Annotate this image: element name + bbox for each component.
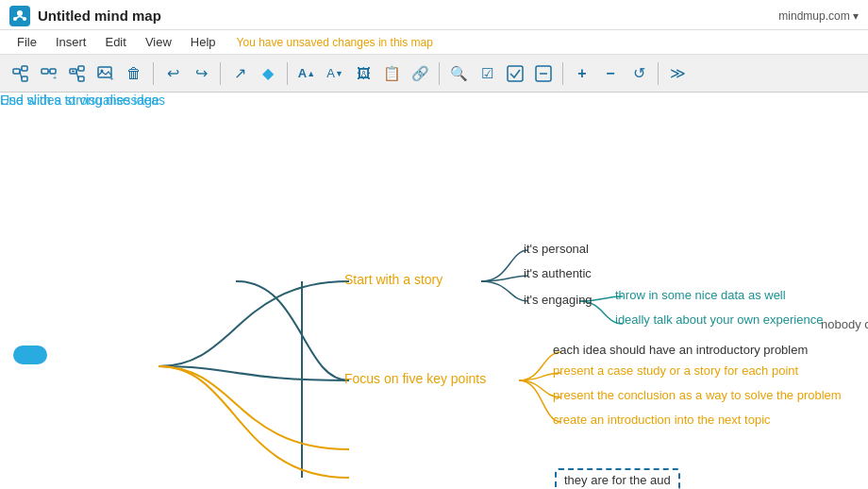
expand-button[interactable]: ↗ (226, 60, 253, 87)
add-child-button[interactable] (8, 60, 34, 87)
link-button[interactable]: 🔗 (407, 60, 433, 87)
node-engaging[interactable]: it's engaging (524, 293, 593, 307)
central-node[interactable] (13, 346, 47, 364)
mindmap-canvas[interactable]: Start with a story Focus on five key poi… (0, 93, 868, 489)
sep4 (439, 62, 440, 85)
document-title: Untitled mind map (38, 8, 161, 24)
sep1 (153, 62, 154, 85)
site-badge[interactable]: mindmup.com ▾ (778, 9, 859, 23)
sep3 (287, 62, 288, 85)
node-personal[interactable]: it's personal (524, 242, 589, 256)
checklist-button[interactable]: ☑ (474, 60, 500, 87)
node-own-experience[interactable]: ideally talk about your own experience (615, 312, 823, 327)
insert-image2-button[interactable]: 🖼 (350, 60, 376, 87)
svg-rect-6 (22, 66, 27, 71)
sep5 (562, 62, 563, 85)
svg-point-0 (17, 10, 23, 16)
redo-button[interactable]: ↪ (188, 60, 214, 87)
node-intro-problem[interactable]: each idea should have an introductory pr… (553, 343, 808, 357)
menu-insert[interactable]: Insert (48, 33, 94, 51)
insert-image-button[interactable]: + (92, 60, 119, 87)
delete-button[interactable]: 🗑 (121, 60, 147, 87)
svg-rect-7 (22, 76, 27, 81)
sep6 (658, 62, 659, 85)
svg-line-9 (20, 71, 22, 78)
toolbar: + + 🗑 ↩ ↪ ↗ ◆ A▲ A▼ 🖼 📋 🔗 🔍 ☑ + − ↺ ≫ (0, 55, 868, 93)
zoom-out-button[interactable]: − (597, 60, 624, 87)
sep2 (220, 62, 221, 85)
svg-rect-10 (42, 69, 48, 74)
svg-line-18 (76, 71, 78, 78)
node-authentic[interactable]: it's authentic (524, 266, 592, 280)
node-next-topic[interactable]: create an introduction into the next top… (553, 413, 771, 427)
fit-button[interactable]: ↺ (626, 60, 652, 87)
menu-file[interactable]: File (9, 33, 44, 51)
collapse-button[interactable] (64, 60, 91, 87)
svg-text:+: + (109, 75, 114, 82)
menu-edit[interactable]: Edit (97, 33, 133, 51)
svg-text:+: + (53, 75, 57, 81)
task1-button[interactable] (502, 60, 528, 87)
node-case-study[interactable]: present a case study or a story for each… (553, 363, 798, 378)
node-nobody: nobody car (821, 317, 868, 331)
svg-rect-5 (13, 69, 20, 74)
svg-rect-15 (78, 66, 84, 71)
note-button[interactable]: 📋 (378, 60, 405, 87)
undo-button[interactable]: ↩ (159, 60, 186, 87)
color-fill-button[interactable]: ◆ (255, 60, 281, 87)
node-focus-points[interactable]: Focus on five key points (344, 371, 486, 386)
app-logo (9, 6, 30, 26)
svg-rect-11 (50, 69, 56, 74)
task2-button[interactable] (530, 60, 557, 87)
node-use-slides[interactable]: Use slides to visualise ideas (0, 93, 165, 108)
node-nice-data[interactable]: throw in some nice data as well (615, 288, 786, 302)
svg-rect-23 (508, 66, 523, 81)
add-child2-button[interactable]: + (36, 60, 62, 87)
search-button[interactable]: 🔍 (445, 60, 472, 87)
font-larger-button[interactable]: A▲ (293, 60, 320, 87)
more-button[interactable]: ≫ (664, 60, 691, 87)
menu-help[interactable]: Help (183, 33, 224, 51)
zoom-in-button[interactable]: + (569, 60, 595, 87)
unsaved-message: You have unsaved changes in this map (237, 36, 433, 49)
svg-rect-16 (78, 76, 84, 81)
node-for-audience[interactable]: they are for the aud (555, 468, 680, 489)
menu-view[interactable]: View (138, 33, 179, 51)
font-smaller-button[interactable]: A▼ (322, 60, 348, 87)
node-start-story[interactable]: Start with a story (344, 272, 442, 287)
node-conclusion[interactable]: present the conclusion as a way to solve… (553, 388, 842, 402)
